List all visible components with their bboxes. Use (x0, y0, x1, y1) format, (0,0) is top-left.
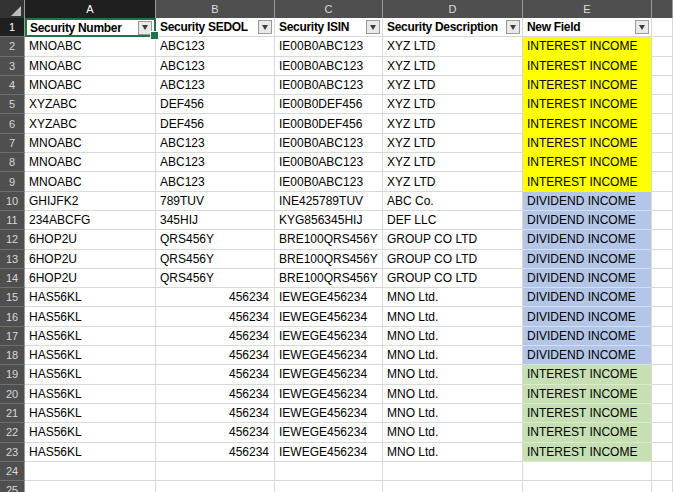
cell-a2[interactable]: MNOABC (25, 37, 156, 56)
cell-a10[interactable]: GHIJFK2 (25, 192, 156, 211)
cell-d21[interactable]: MNO Ltd. (383, 404, 523, 423)
cell-e17[interactable]: DIVIDEND INCOME (523, 327, 652, 346)
cell-f5[interactable] (652, 95, 673, 114)
cell-d17[interactable]: MNO Ltd. (383, 327, 523, 346)
cell-d24[interactable] (383, 462, 523, 481)
cell-a11[interactable]: 234ABCFG (25, 211, 156, 230)
cell-a18[interactable]: HAS56KL (25, 346, 156, 365)
cell-e24[interactable] (523, 462, 652, 481)
row-header-10[interactable]: 10 (0, 192, 25, 211)
row-header-8[interactable]: 8 (0, 153, 25, 172)
cell-c20[interactable]: IEWEGE456234 (275, 385, 383, 404)
cell-f11[interactable] (652, 211, 673, 230)
header-cell-c1[interactable]: Security ISIN (275, 18, 383, 37)
cell-a15[interactable]: HAS56KL (25, 288, 156, 307)
cell-e13[interactable]: DIVIDEND INCOME (523, 250, 652, 269)
cell-d5[interactable]: XYZ LTD (383, 95, 523, 114)
cell-c3[interactable]: IE00B0ABC123 (275, 57, 383, 76)
cell-b12[interactable]: QRS456Y (156, 230, 275, 249)
cell-e5[interactable]: INTEREST INCOME (523, 95, 652, 114)
row-header-1[interactable]: 1 (0, 18, 25, 37)
cell-e3[interactable]: INTEREST INCOME (523, 57, 652, 76)
cell-d19[interactable]: MNO Ltd. (383, 365, 523, 384)
cell-b20[interactable]: 456234 (156, 385, 275, 404)
row-header-14[interactable]: 14 (0, 269, 25, 288)
cell-a6[interactable]: XYZABC (25, 114, 156, 133)
filter-button[interactable] (366, 20, 380, 34)
row-header-5[interactable]: 5 (0, 95, 25, 114)
cell-f1[interactable] (652, 18, 673, 37)
cell-b6[interactable]: DEF456 (156, 114, 275, 133)
cell-c8[interactable]: IE00B0ABC123 (275, 153, 383, 172)
cell-c9[interactable]: IE00B0ABC123 (275, 172, 383, 191)
cell-d2[interactable]: XYZ LTD (383, 37, 523, 56)
cell-c11[interactable]: KYG856345HIJ (275, 211, 383, 230)
column-header-partial[interactable] (652, 0, 673, 18)
cell-c5[interactable]: IE00B0DEF456 (275, 95, 383, 114)
cell-c17[interactable]: IEWEGE456234 (275, 327, 383, 346)
cell-f8[interactable] (652, 153, 673, 172)
cell-e19[interactable]: INTEREST INCOME (523, 365, 652, 384)
cell-c19[interactable]: IEWEGE456234 (275, 365, 383, 384)
cell-c15[interactable]: IEWEGE456234 (275, 288, 383, 307)
cell-c22[interactable]: IEWEGE456234 (275, 423, 383, 442)
cell-c4[interactable]: IE00B0ABC123 (275, 76, 383, 95)
cell-f2[interactable] (652, 37, 673, 56)
cell-f19[interactable] (652, 365, 673, 384)
select-all-corner[interactable] (0, 0, 25, 18)
row-header-7[interactable]: 7 (0, 134, 25, 153)
cell-b7[interactable]: ABC123 (156, 134, 275, 153)
cell-a3[interactable]: MNOABC (25, 57, 156, 76)
cell-e23[interactable]: INTEREST INCOME (523, 443, 652, 462)
cell-f7[interactable] (652, 134, 673, 153)
cell-b17[interactable]: 456234 (156, 327, 275, 346)
cell-b19[interactable]: 456234 (156, 365, 275, 384)
cell-a7[interactable]: MNOABC (25, 134, 156, 153)
header-cell-a1[interactable]: Security Number (25, 18, 156, 37)
cell-e11[interactable]: DIVIDEND INCOME (523, 211, 652, 230)
cell-a5[interactable]: XYZABC (25, 95, 156, 114)
cell-f22[interactable] (652, 423, 673, 442)
row-header-9[interactable]: 9 (0, 172, 25, 191)
cell-a4[interactable]: MNOABC (25, 76, 156, 95)
row-header-3[interactable]: 3 (0, 57, 25, 76)
cell-f18[interactable] (652, 346, 673, 365)
cell-e6[interactable]: INTEREST INCOME (523, 114, 652, 133)
row-header-13[interactable]: 13 (0, 250, 25, 269)
cell-c7[interactable]: IE00B0ABC123 (275, 134, 383, 153)
cell-d14[interactable]: GROUP CO LTD (383, 269, 523, 288)
cell-f21[interactable] (652, 404, 673, 423)
cell-b4[interactable]: ABC123 (156, 76, 275, 95)
cell-b10[interactable]: 789TUV (156, 192, 275, 211)
cell-f4[interactable] (652, 76, 673, 95)
cell-f15[interactable] (652, 288, 673, 307)
row-header-20[interactable]: 20 (0, 385, 25, 404)
cell-e2[interactable]: INTEREST INCOME (523, 37, 652, 56)
cell-a21[interactable]: HAS56KL (25, 404, 156, 423)
cell-a25[interactable] (25, 481, 156, 492)
cell-f13[interactable] (652, 250, 673, 269)
row-header-16[interactable]: 16 (0, 307, 25, 326)
cell-c24[interactable] (275, 462, 383, 481)
cell-a8[interactable]: MNOABC (25, 153, 156, 172)
cell-d8[interactable]: XYZ LTD (383, 153, 523, 172)
cell-e7[interactable]: INTEREST INCOME (523, 134, 652, 153)
row-header-19[interactable]: 19 (0, 365, 25, 384)
row-header-18[interactable]: 18 (0, 346, 25, 365)
cell-a13[interactable]: 6HOP2U (25, 250, 156, 269)
cell-c2[interactable]: IE00B0ABC123 (275, 37, 383, 56)
cell-e21[interactable]: INTEREST INCOME (523, 404, 652, 423)
cell-a19[interactable]: HAS56KL (25, 365, 156, 384)
row-header-6[interactable]: 6 (0, 114, 25, 133)
cell-d15[interactable]: MNO Ltd. (383, 288, 523, 307)
header-cell-e1[interactable]: New Field (523, 18, 652, 37)
header-cell-b1[interactable]: Security SEDOL (156, 18, 275, 37)
cell-b8[interactable]: ABC123 (156, 153, 275, 172)
column-header-e[interactable]: E (523, 0, 652, 18)
cell-f14[interactable] (652, 269, 673, 288)
cell-a24[interactable] (25, 462, 156, 481)
cell-d9[interactable]: XYZ LTD (383, 172, 523, 191)
header-cell-d1[interactable]: Security Description (383, 18, 523, 37)
row-header-2[interactable]: 2 (0, 37, 25, 56)
cell-d4[interactable]: XYZ LTD (383, 76, 523, 95)
